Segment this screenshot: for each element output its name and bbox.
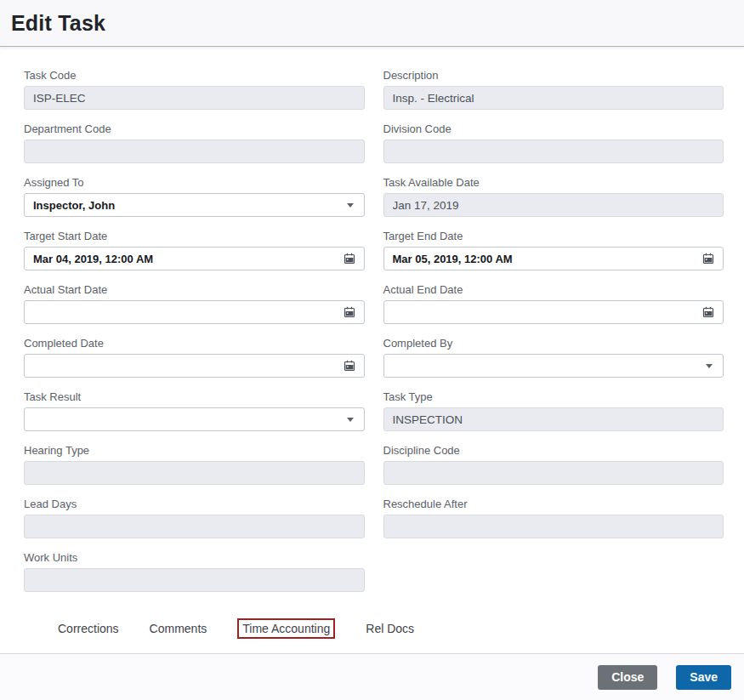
field-actual-start-date: Actual Start Date	[24, 283, 365, 324]
target-start-date-label: Target Start Date	[24, 230, 365, 242]
field-hearing-type: Hearing Type	[24, 444, 365, 485]
chevron-down-icon[interactable]	[347, 203, 354, 208]
field-assigned-to: Assigned To Inspector, John	[24, 176, 365, 217]
dialog-header: Edit Task	[0, 0, 744, 47]
task-type-input: INSPECTION	[383, 407, 724, 431]
dialog-footer: Close Save	[0, 653, 744, 700]
hearing-type-input	[24, 461, 365, 485]
department-code-input	[24, 139, 365, 163]
page-title: Edit Task	[11, 11, 105, 36]
related-tabs: Corrections Comments Time Accounting Rel…	[24, 616, 724, 641]
field-target-end-date: Target End Date Mar 05, 2019, 12:00 AM	[383, 230, 724, 270]
assigned-to-select[interactable]: Inspector, John	[24, 193, 365, 217]
assigned-to-label: Assigned To	[24, 176, 365, 189]
field-task-available-date: Task Available Date Jan 17, 2019	[383, 176, 724, 217]
field-task-code: Task Code ISP-ELEC	[24, 69, 365, 110]
calendar-icon[interactable]	[344, 360, 355, 372]
tab-corrections[interactable]: Corrections	[58, 621, 119, 636]
task-available-date-input: Jan 17, 2019	[383, 193, 724, 217]
tab-comments[interactable]: Comments	[150, 621, 207, 636]
field-completed-date: Completed Date	[24, 337, 365, 378]
lead-days-label: Lead Days	[24, 498, 365, 510]
field-reschedule-after: Reschedule After	[383, 498, 724, 538]
description-label: Description	[383, 69, 724, 82]
form-column-right: Description Insp. - Electrical Division …	[383, 69, 724, 605]
tab-time-accounting[interactable]: Time Accounting	[237, 618, 335, 639]
chevron-down-icon[interactable]	[706, 364, 713, 368]
calendar-icon[interactable]	[344, 253, 355, 265]
department-code-label: Department Code	[24, 122, 365, 135]
calendar-icon[interactable]	[702, 306, 714, 318]
lead-days-input	[24, 515, 365, 538]
completed-by-select[interactable]	[383, 354, 724, 378]
calendar-icon[interactable]	[702, 253, 714, 265]
division-code-label: Division Code	[383, 122, 724, 135]
field-task-type: Task Type INSPECTION	[383, 390, 724, 431]
field-actual-end-date: Actual End Date	[383, 283, 724, 324]
target-start-date-input[interactable]: Mar 04, 2019, 12:00 AM	[24, 247, 365, 270]
completed-by-label: Completed By	[383, 337, 724, 350]
work-units-label: Work Units	[24, 551, 365, 564]
calendar-icon[interactable]	[344, 306, 355, 318]
task-code-input: ISP-ELEC	[24, 86, 365, 110]
reschedule-after-label: Reschedule After	[383, 498, 724, 510]
edit-task-dialog: Edit Task Task Code ISP-ELEC Department …	[0, 0, 744, 700]
chevron-down-icon[interactable]	[347, 418, 354, 422]
actual-end-date-label: Actual End Date	[383, 283, 724, 296]
field-work-units: Work Units	[24, 551, 365, 592]
division-code-input	[383, 139, 724, 163]
save-button[interactable]: Save	[676, 665, 731, 690]
task-result-select[interactable]	[24, 407, 365, 431]
actual-end-date-input[interactable]	[383, 300, 724, 324]
field-task-result: Task Result	[24, 390, 365, 431]
task-available-date-label: Task Available Date	[383, 176, 724, 189]
tab-rel-docs[interactable]: Rel Docs	[366, 621, 414, 636]
task-code-label: Task Code	[24, 69, 365, 82]
field-lead-days: Lead Days	[24, 498, 365, 538]
form-column-left: Task Code ISP-ELEC Department Code Assig…	[24, 69, 365, 605]
task-result-label: Task Result	[24, 390, 365, 403]
target-end-date-label: Target End Date	[383, 230, 724, 242]
reschedule-after-input	[383, 515, 724, 538]
field-description: Description Insp. - Electrical	[383, 69, 724, 110]
actual-start-date-input[interactable]	[24, 300, 365, 324]
description-input: Insp. - Electrical	[383, 86, 724, 110]
discipline-code-label: Discipline Code	[383, 444, 724, 457]
actual-start-date-label: Actual Start Date	[24, 283, 365, 296]
hearing-type-label: Hearing Type	[24, 444, 365, 457]
field-division-code: Division Code	[383, 122, 724, 163]
field-department-code: Department Code	[24, 122, 365, 163]
close-button[interactable]: Close	[598, 665, 657, 690]
form-body: Task Code ISP-ELEC Department Code Assig…	[0, 47, 744, 653]
field-discipline-code: Discipline Code	[383, 444, 724, 485]
task-type-label: Task Type	[383, 390, 724, 403]
target-end-date-input[interactable]: Mar 05, 2019, 12:00 AM	[383, 247, 724, 270]
discipline-code-input	[383, 461, 724, 485]
completed-date-input[interactable]	[24, 354, 365, 378]
field-completed-by: Completed By	[383, 337, 724, 378]
completed-date-label: Completed Date	[24, 337, 365, 350]
field-target-start-date: Target Start Date Mar 04, 2019, 12:00 AM	[24, 230, 365, 270]
work-units-input	[24, 568, 365, 592]
